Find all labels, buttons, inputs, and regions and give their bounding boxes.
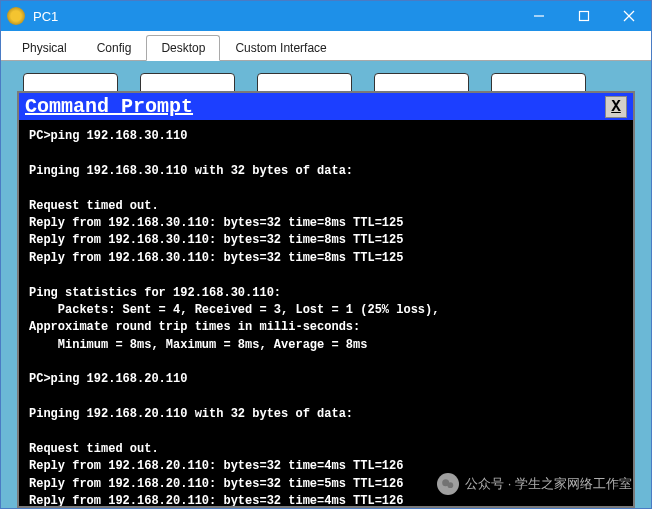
command-prompt-titlebar[interactable]: Command Prompt X (19, 93, 633, 120)
window-titlebar[interactable]: PC1 (1, 1, 651, 31)
minimize-button[interactable] (516, 1, 561, 31)
app-icon (7, 7, 25, 25)
maximize-button[interactable] (561, 1, 606, 31)
tab-config[interactable]: Config (82, 35, 147, 60)
tab-physical[interactable]: Physical (7, 35, 82, 60)
close-icon (623, 10, 635, 22)
desktop-pane: Command Prompt X PC>ping 192.168.30.110 … (1, 61, 651, 508)
close-button[interactable] (606, 1, 651, 31)
svg-rect-1 (579, 12, 588, 21)
command-prompt-title: Command Prompt (25, 95, 605, 118)
tab-custom-interface[interactable]: Custom Interface (220, 35, 341, 60)
tab-bar: Physical Config Desktop Custom Interface (1, 31, 651, 61)
app-window: PC1 Physical Config Desktop Custom Inter… (0, 0, 652, 509)
command-prompt-window: Command Prompt X PC>ping 192.168.30.110 … (17, 91, 635, 508)
command-prompt-output[interactable]: PC>ping 192.168.30.110 Pinging 192.168.3… (19, 120, 633, 506)
minimize-icon (533, 10, 545, 22)
maximize-icon (578, 10, 590, 22)
window-title: PC1 (31, 9, 516, 24)
tab-desktop[interactable]: Desktop (146, 35, 220, 61)
command-prompt-close-button[interactable]: X (605, 96, 627, 118)
window-controls (516, 1, 651, 31)
